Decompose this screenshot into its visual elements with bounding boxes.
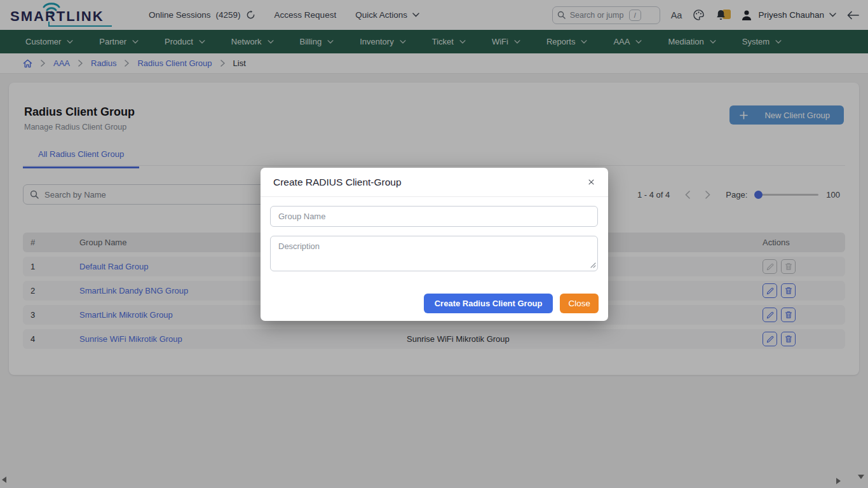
close-button[interactable]: Close bbox=[560, 294, 599, 313]
group-name-field[interactable] bbox=[270, 206, 598, 227]
modal-title: Create RADIUS Client-Group bbox=[273, 177, 402, 188]
close-icon[interactable] bbox=[587, 178, 595, 186]
description-field[interactable] bbox=[270, 236, 598, 271]
create-client-group-modal: Create RADIUS Client-Group Create Radius… bbox=[261, 168, 608, 321]
create-radius-client-group-button[interactable]: Create Radius Client Group bbox=[424, 294, 553, 313]
